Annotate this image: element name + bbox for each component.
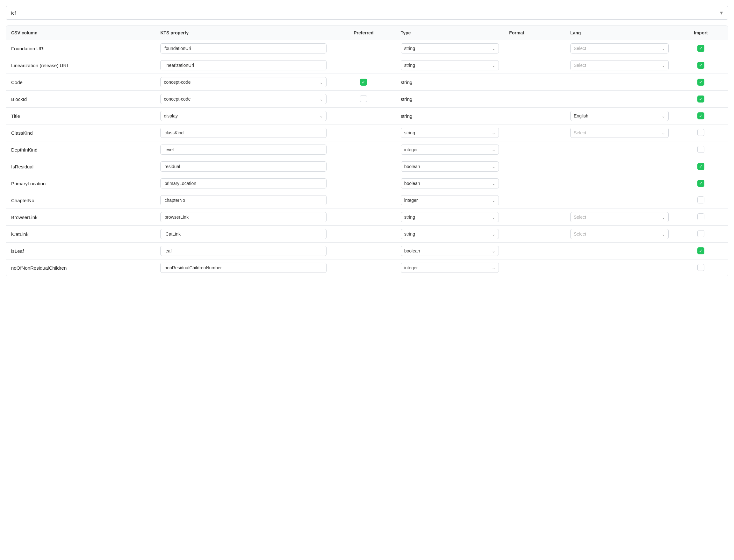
type-select[interactable]: string⌄ <box>401 212 499 222</box>
import-cell: ✓ <box>674 158 728 175</box>
type-select[interactable]: boolean⌄ <box>401 178 499 188</box>
type-select[interactable]: integer⌄ <box>401 263 499 273</box>
preferred-cell <box>331 108 396 124</box>
kts-property-input[interactable] <box>160 246 326 256</box>
csv-column-cell: ChapterNo <box>6 192 155 209</box>
import-cell: ✓ <box>674 243 728 259</box>
import-cell: ✓ <box>674 91 728 108</box>
chevron-down-icon: ⌄ <box>492 198 495 203</box>
kts-property-input[interactable] <box>160 178 326 188</box>
format-cell <box>504 40 565 57</box>
type-select[interactable]: string⌄ <box>401 229 499 239</box>
import-checkbox-unchecked[interactable] <box>697 129 704 136</box>
kts-property-cell <box>155 243 331 259</box>
type-select[interactable]: string⌄ <box>401 60 499 70</box>
lang-select[interactable]: Select⌄ <box>570 128 669 138</box>
csv-column-cell: noOfNonResidualChildren <box>6 259 155 276</box>
type-cell: integer⌄ <box>396 192 504 209</box>
import-checkbox-unchecked[interactable] <box>697 146 704 153</box>
kts-property-input[interactable] <box>160 145 326 155</box>
csv-column-cell: IsResidual <box>6 158 155 175</box>
import-checkbox-unchecked[interactable] <box>697 230 704 237</box>
lang-select[interactable]: Select⌄ <box>570 60 669 70</box>
import-checkbox-checked[interactable]: ✓ <box>697 96 704 103</box>
import-cell: ✓ <box>674 108 728 124</box>
format-cell <box>504 158 565 175</box>
table-row: Codeconcept-code⌄✓string✓ <box>6 74 728 91</box>
kts-property-cell <box>155 141 331 158</box>
table-body: Foundation URIstring⌄Select⌄✓Linearizati… <box>6 40 728 276</box>
kts-property-select[interactable]: display⌄ <box>160 111 326 121</box>
lang-select[interactable]: Select⌄ <box>570 212 669 222</box>
import-checkbox-checked[interactable]: ✓ <box>697 112 704 119</box>
lang-select[interactable]: Select⌄ <box>570 43 669 53</box>
lang-cell: English⌄ <box>565 108 674 124</box>
lang-cell <box>565 259 674 276</box>
chevron-down-icon: ⌄ <box>319 97 323 102</box>
preferred-checkbox-checked[interactable]: ✓ <box>360 79 367 86</box>
type-select[interactable]: boolean⌄ <box>401 246 499 256</box>
type-cell: string⌄ <box>396 57 504 74</box>
import-checkbox-checked[interactable]: ✓ <box>697 62 704 69</box>
import-cell <box>674 192 728 209</box>
lang-cell: Select⌄ <box>565 40 674 57</box>
col-header-format: Format <box>504 26 565 40</box>
format-cell <box>504 57 565 74</box>
kts-property-input[interactable] <box>160 128 326 138</box>
csv-column-cell: DepthInKind <box>6 141 155 158</box>
lang-cell <box>565 175 674 192</box>
import-checkbox-checked[interactable]: ✓ <box>697 45 704 52</box>
type-select[interactable]: string⌄ <box>401 128 499 138</box>
kts-property-input[interactable] <box>160 195 326 205</box>
lang-cell <box>565 158 674 175</box>
lang-cell <box>565 74 674 91</box>
chevron-down-icon: ⌄ <box>319 80 323 85</box>
format-cell <box>504 192 565 209</box>
kts-property-input[interactable] <box>160 161 326 172</box>
kts-property-cell: display⌄ <box>155 108 331 124</box>
lang-select[interactable]: English⌄ <box>570 111 669 121</box>
import-checkbox-checked[interactable]: ✓ <box>697 163 704 170</box>
preferred-cell <box>331 259 396 276</box>
kts-property-input[interactable] <box>160 43 326 53</box>
kts-property-input[interactable] <box>160 263 326 273</box>
kts-property-select[interactable]: concept-code⌄ <box>160 77 326 87</box>
format-cell <box>504 243 565 259</box>
preferred-checkbox-unchecked[interactable] <box>360 95 367 102</box>
lang-cell <box>565 243 674 259</box>
lang-cell: Select⌄ <box>565 209 674 226</box>
top-selector[interactable]: icf ▾ <box>6 6 728 20</box>
import-cell: ✓ <box>674 175 728 192</box>
kts-property-input[interactable] <box>160 212 326 222</box>
format-cell <box>504 175 565 192</box>
kts-property-input[interactable] <box>160 229 326 239</box>
type-select[interactable]: string⌄ <box>401 43 499 53</box>
import-checkbox-checked[interactable]: ✓ <box>697 180 704 187</box>
kts-property-input[interactable] <box>160 60 326 70</box>
import-checkbox-unchecked[interactable] <box>697 196 704 203</box>
csv-column-cell: PrimaryLocation <box>6 175 155 192</box>
table-row: DepthInKindinteger⌄ <box>6 141 728 158</box>
import-checkbox-checked[interactable]: ✓ <box>697 247 704 254</box>
import-checkbox-checked[interactable]: ✓ <box>697 79 704 86</box>
kts-property-cell <box>155 124 331 141</box>
kts-property-cell <box>155 158 331 175</box>
type-text: string <box>401 96 413 102</box>
csv-column-cell: ClassKind <box>6 124 155 141</box>
kts-property-select[interactable]: concept-code⌄ <box>160 94 326 104</box>
col-header-import: Import <box>674 26 728 40</box>
mapping-table: CSV column KTS property Preferred Type F… <box>6 26 728 276</box>
table-header-row: CSV column KTS property Preferred Type F… <box>6 26 728 40</box>
chevron-down-icon: ⌄ <box>492 164 495 169</box>
type-text: string <box>401 80 413 85</box>
lang-select[interactable]: Select⌄ <box>570 229 669 239</box>
import-checkbox-unchecked[interactable] <box>697 264 704 271</box>
chevron-down-icon: ⌄ <box>662 131 665 135</box>
type-select[interactable]: integer⌄ <box>401 195 499 205</box>
type-select[interactable]: integer⌄ <box>401 145 499 155</box>
type-select[interactable]: boolean⌄ <box>401 161 499 172</box>
table-row: BrowserLinkstring⌄Select⌄ <box>6 209 728 226</box>
import-checkbox-unchecked[interactable] <box>697 213 704 220</box>
preferred-cell <box>331 124 396 141</box>
chevron-down-icon: ⌄ <box>662 63 665 68</box>
